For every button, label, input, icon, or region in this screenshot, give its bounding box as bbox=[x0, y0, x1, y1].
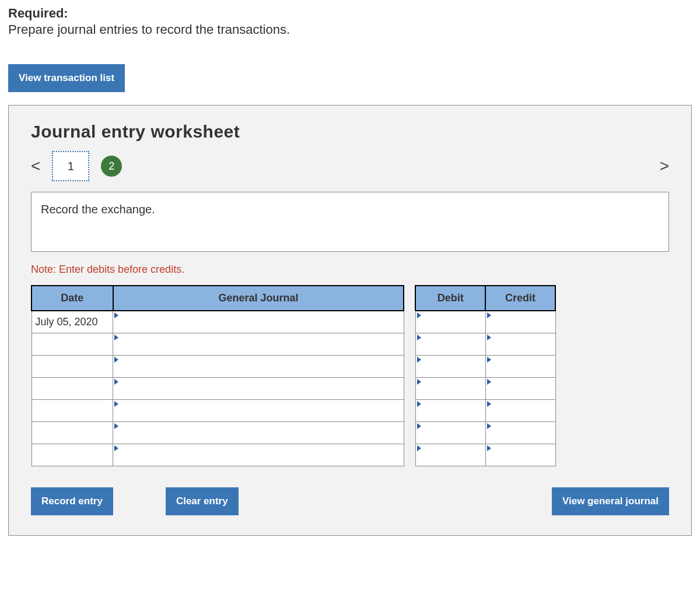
cell-general-journal[interactable] bbox=[113, 355, 404, 377]
clear-entry-button[interactable]: Clear entry bbox=[166, 487, 239, 515]
journal-table: Date General Journal Debit Credit July 0… bbox=[31, 285, 556, 466]
table-row bbox=[32, 333, 555, 355]
table-row bbox=[32, 399, 555, 421]
cell-credit[interactable] bbox=[485, 444, 555, 466]
view-general-journal-button[interactable]: View general journal bbox=[552, 487, 669, 515]
cell-debit[interactable] bbox=[415, 377, 485, 399]
stepper-row: < 1 2 > bbox=[31, 151, 669, 181]
cell-debit[interactable] bbox=[415, 333, 485, 355]
cell-credit[interactable] bbox=[485, 333, 555, 355]
required-label: Required: bbox=[8, 6, 692, 21]
cell-date[interactable] bbox=[32, 333, 113, 355]
col-header-credit: Credit bbox=[485, 286, 555, 311]
cell-general-journal[interactable] bbox=[113, 399, 404, 421]
view-transaction-list-button[interactable]: View transaction list bbox=[8, 64, 125, 92]
journal-worksheet-panel: Journal entry worksheet < 1 2 > Record t… bbox=[8, 105, 692, 536]
cell-date[interactable] bbox=[32, 355, 113, 377]
action-button-row: Record entry Clear entry View general jo… bbox=[31, 487, 669, 515]
cell-general-journal[interactable] bbox=[113, 444, 404, 466]
col-header-debit: Debit bbox=[415, 286, 485, 311]
panel-title: Journal entry worksheet bbox=[31, 122, 669, 142]
table-row bbox=[32, 421, 555, 444]
cell-debit[interactable] bbox=[415, 311, 485, 333]
cell-credit[interactable] bbox=[485, 311, 555, 333]
step-1[interactable]: 1 bbox=[52, 151, 89, 181]
chevron-right-icon[interactable]: > bbox=[660, 157, 669, 175]
chevron-left-icon[interactable]: < bbox=[31, 157, 40, 175]
note-text: Note: Enter debits before credits. bbox=[31, 263, 669, 276]
cell-debit[interactable] bbox=[415, 421, 485, 444]
table-row bbox=[32, 444, 555, 466]
cell-general-journal[interactable] bbox=[113, 311, 404, 333]
cell-general-journal[interactable] bbox=[113, 333, 404, 355]
cell-debit[interactable] bbox=[415, 399, 485, 421]
cell-credit[interactable] bbox=[485, 421, 555, 444]
cell-date[interactable]: July 05, 2020 bbox=[32, 311, 113, 333]
col-header-date: Date bbox=[32, 286, 113, 311]
table-row: July 05, 2020 bbox=[32, 311, 555, 333]
cell-credit[interactable] bbox=[485, 355, 555, 377]
cell-debit[interactable] bbox=[415, 355, 485, 377]
table-row bbox=[32, 377, 555, 399]
cell-date[interactable] bbox=[32, 444, 113, 466]
record-entry-button[interactable]: Record entry bbox=[31, 487, 113, 515]
cell-date[interactable] bbox=[32, 377, 113, 399]
instruction-box: Record the exchange. bbox=[31, 192, 669, 252]
cell-general-journal[interactable] bbox=[113, 377, 404, 399]
cell-credit[interactable] bbox=[485, 377, 555, 399]
step-2[interactable]: 2 bbox=[101, 156, 122, 177]
cell-date[interactable] bbox=[32, 421, 113, 444]
cell-debit[interactable] bbox=[415, 444, 485, 466]
cell-date[interactable] bbox=[32, 399, 113, 421]
col-header-general-journal: General Journal bbox=[113, 286, 404, 311]
cell-credit[interactable] bbox=[485, 399, 555, 421]
table-row bbox=[32, 355, 555, 377]
required-text: Prepare journal entries to record the tr… bbox=[8, 22, 692, 37]
cell-general-journal[interactable] bbox=[113, 421, 404, 444]
